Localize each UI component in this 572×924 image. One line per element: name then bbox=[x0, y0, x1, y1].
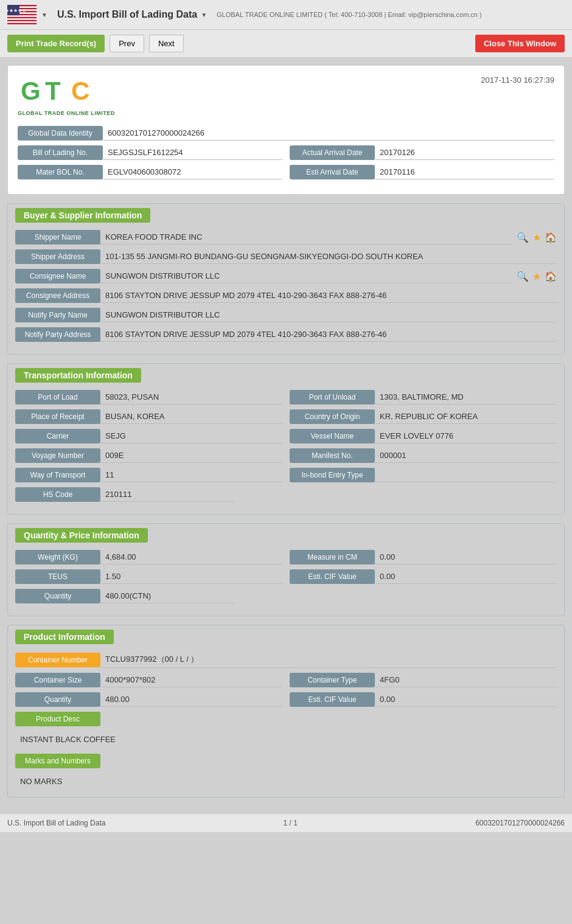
notify-party-address-label: Notify Party Address bbox=[15, 327, 100, 342]
consignee-search-icon[interactable]: 🔍 bbox=[517, 271, 529, 282]
carrier-vessel-row: Carrier SEJG Vessel Name EVER LOVELY 077… bbox=[15, 429, 557, 443]
shipper-home-icon[interactable]: 🏠 bbox=[545, 232, 557, 243]
voyage-manifest-row: Voyage Number 009E Manifest No. 000001 bbox=[15, 448, 557, 463]
transport-bond-row: Way of Transport 11 In-bond Entry Type bbox=[15, 468, 557, 482]
consignee-name-row: Consignee Name SUNGWON DISTRIBUTOR LLC 🔍… bbox=[15, 269, 557, 283]
way-of-transport-label: Way of Transport bbox=[15, 468, 100, 482]
consignee-address-row: Consignee Address 8106 STAYTON DRIVE JES… bbox=[15, 288, 557, 303]
place-of-receipt-value: BUSAN, KOREA bbox=[100, 409, 282, 424]
global-data-value: 6003201701270000024266 bbox=[103, 126, 554, 141]
consignee-star-icon[interactable]: ★ bbox=[532, 271, 541, 282]
product-desc-label[interactable]: Product Desc bbox=[15, 712, 100, 726]
place-of-receipt-field: Place of Receipt BUSAN, KOREA bbox=[15, 409, 282, 424]
carrier-label: Carrier bbox=[15, 429, 100, 443]
next-button[interactable]: Next bbox=[149, 35, 184, 52]
product-desc-value: INSTANT BLACK COFFEE bbox=[15, 731, 557, 748]
consignee-name-value: SUNGWON DISTRIBUTOR LLC bbox=[100, 269, 512, 283]
svg-text:C: C bbox=[71, 77, 89, 105]
esti-cif-field: Esti. CIF Value 0.00 bbox=[290, 569, 557, 584]
product-quantity-cif-row: Quantity 480.00 Esti. CIF Value 0.00 bbox=[15, 692, 557, 707]
measure-label: Measure in CM bbox=[290, 550, 375, 564]
container-number-label: Container Number bbox=[15, 653, 100, 667]
gtc-logo: G T C GLOBAL TRADE ONLINE LIMITED bbox=[18, 75, 115, 116]
product-quantity-value: 480.00 bbox=[100, 692, 282, 707]
main-content: G T C GLOBAL TRADE ONLINE LIMITED 2017-1… bbox=[0, 58, 572, 813]
manifest-no-label: Manifest No. bbox=[290, 448, 375, 463]
bol-field: Bill of Lading No. SEJGSJSLF1612254 bbox=[18, 145, 282, 160]
prev-button[interactable]: Prev bbox=[110, 35, 144, 52]
port-row: Port of Load 58023, PUSAN Port of Unload… bbox=[15, 390, 557, 405]
actual-arrival-value: 20170126 bbox=[375, 145, 554, 160]
port-of-load-label: Port of Load bbox=[15, 390, 100, 405]
quantity-label: Quantity bbox=[15, 589, 100, 603]
product-section: Product Information Container Number TCL… bbox=[7, 625, 565, 797]
shipper-address-value: 101-135 55 JANGMI-RO BUNDANG-GU SEONGNAM… bbox=[100, 249, 557, 264]
shipper-address-row: Shipper Address 101-135 55 JANGMI-RO BUN… bbox=[15, 249, 557, 264]
voyage-number-label: Voyage Number bbox=[15, 448, 100, 463]
weight-field: Weight (KG) 4,684.00 bbox=[15, 550, 282, 564]
container-type-label: Container Type bbox=[290, 673, 375, 687]
container-number-value: TCLU9377992（00 / L / ） bbox=[100, 651, 557, 668]
bol-row: Bill of Lading No. SEJGSJSLF1612254 Actu… bbox=[18, 145, 554, 160]
product-esti-cif-field: Esti. CIF Value 0.00 bbox=[290, 692, 557, 707]
marks-value: NO MARKS bbox=[15, 773, 557, 790]
product-quantity-label: Quantity bbox=[15, 692, 100, 707]
vessel-name-label: Vessel Name bbox=[290, 429, 375, 443]
svg-rect-6 bbox=[7, 21, 37, 23]
master-bol-value: EGLV040600308072 bbox=[103, 165, 282, 179]
teus-value: 1.50 bbox=[100, 569, 282, 584]
notify-party-address-value: 8106 STAYTON DRIVE JESSUP MD 2079 4TEL 4… bbox=[100, 327, 557, 342]
teus-field: TEUS 1.50 bbox=[15, 569, 282, 584]
svg-text:★★★★★★: ★★★★★★ bbox=[7, 8, 26, 13]
footer-right: 6003201701270000024266 bbox=[475, 819, 565, 827]
way-of-transport-value: 11 bbox=[100, 468, 282, 482]
teus-cif-row: TEUS 1.50 Esti. CIF Value 0.00 bbox=[15, 569, 557, 584]
title-dropdown-icon[interactable]: ▼ bbox=[201, 12, 207, 18]
toolbar: Print Trade Record(s) Prev Next Close Th… bbox=[0, 30, 572, 58]
manifest-no-value: 000001 bbox=[375, 448, 557, 463]
marks-label[interactable]: Marks and Numbers bbox=[15, 754, 100, 768]
vessel-name-field: Vessel Name EVER LOVELY 0776 bbox=[290, 429, 557, 443]
country-of-origin-field: Country of Origin KR, REPUBLIC OF KOREA bbox=[290, 409, 557, 424]
quantity-row: Quantity 480.00(CTN) bbox=[15, 589, 557, 603]
country-of-origin-label: Country of Origin bbox=[290, 409, 375, 424]
weight-label: Weight (KG) bbox=[15, 550, 100, 564]
esti-arrival-label: Esti Arrival Date bbox=[290, 165, 375, 179]
product-title: Product Information bbox=[15, 630, 114, 644]
actual-arrival-label: Actual Arrival Date bbox=[290, 145, 375, 160]
master-bol-field: Mater BOL No. EGLV040600308072 bbox=[18, 165, 282, 179]
logo-text: GLOBAL TRADE ONLINE LIMITED bbox=[18, 110, 115, 116]
hs-code-label: HS Code bbox=[15, 487, 100, 502]
transportation-title: Transportation Information bbox=[15, 368, 141, 383]
bol-value: SEJGSJSLF1612254 bbox=[103, 145, 282, 160]
transportation-section: Transportation Information Port of Load … bbox=[7, 363, 565, 515]
shipper-star-icon[interactable]: ★ bbox=[532, 232, 541, 243]
weight-measure-row: Weight (KG) 4,684.00 Measure in CM 0.00 bbox=[15, 550, 557, 564]
print-button[interactable]: Print Trade Record(s) bbox=[7, 35, 105, 52]
flag-dropdown-icon[interactable]: ▼ bbox=[41, 12, 47, 18]
shipper-search-icon[interactable]: 🔍 bbox=[517, 232, 529, 243]
shipper-address-label: Shipper Address bbox=[15, 249, 100, 264]
teus-label: TEUS bbox=[15, 569, 100, 584]
svg-rect-4 bbox=[7, 15, 37, 16]
way-of-transport-field: Way of Transport 11 bbox=[15, 468, 282, 482]
port-of-unload-label: Port of Unload bbox=[290, 390, 375, 405]
consignee-name-label: Consignee Name bbox=[15, 269, 100, 283]
shipper-name-row: Shipper Name KOREA FOOD TRADE INC 🔍 ★ 🏠 bbox=[15, 230, 557, 245]
close-button[interactable]: Close This Window bbox=[475, 35, 565, 52]
voyage-number-value: 009E bbox=[100, 448, 282, 463]
footer: U.S. Import Bill of Lading Data 1 / 1 60… bbox=[0, 813, 572, 832]
receipt-origin-row: Place of Receipt BUSAN, KOREA Country of… bbox=[15, 409, 557, 424]
global-data-row: Global Data Identity 6003201701270000024… bbox=[18, 126, 554, 141]
port-of-load-value: 58023, PUSAN bbox=[100, 390, 282, 405]
page-title: U.S. Import Bill of Lading Data bbox=[57, 9, 197, 20]
consignee-icons: 🔍 ★ 🏠 bbox=[517, 271, 557, 282]
master-bol-label: Mater BOL No. bbox=[18, 165, 103, 179]
esti-cif-label: Esti. CIF Value bbox=[290, 569, 375, 584]
buyer-supplier-title: Buyer & Supplier Information bbox=[15, 208, 150, 223]
us-flag-icon: ★★★★★★ bbox=[7, 5, 37, 24]
hs-code-row: HS Code 210111 bbox=[15, 487, 557, 502]
consignee-home-icon[interactable]: 🏠 bbox=[545, 271, 557, 282]
container-size-field: Container Size 4000*907*802 bbox=[15, 673, 282, 687]
notify-party-name-row: Notify Party Name SUNGWON DISTRIBUTOR LL… bbox=[15, 308, 557, 322]
